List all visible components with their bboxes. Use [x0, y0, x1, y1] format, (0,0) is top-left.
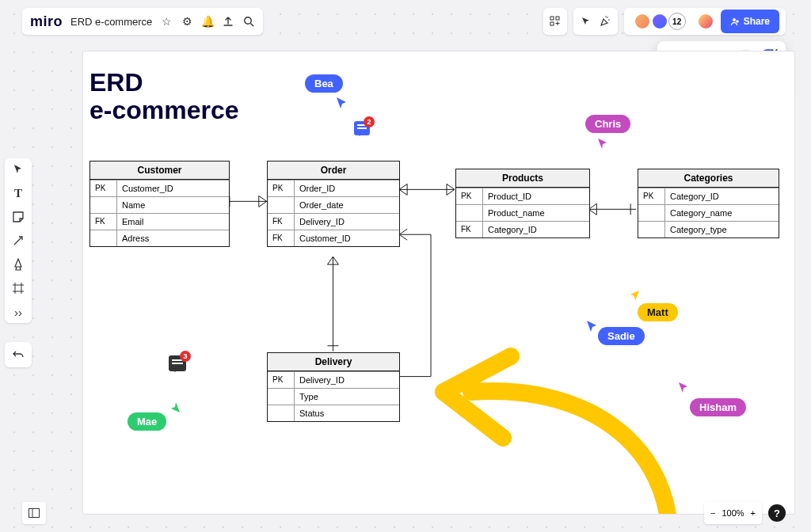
topbar-right: 12 Share — [543, 8, 786, 35]
app-root: miro ERD e-commerce ☆ ⚙ 🔔 12 — [0, 0, 811, 532]
erd-order[interactable]: Order PKOrder_ID Order_date FKDelivery_I… — [267, 161, 400, 247]
pen-tool-icon[interactable] — [12, 258, 25, 271]
svg-point-0 — [245, 17, 251, 24]
comment-bubble[interactable]: 2 — [354, 121, 370, 135]
erd-products[interactable]: Products PKProduct_ID Product_name FKCat… — [455, 169, 590, 238]
erd-delivery[interactable]: Delivery PKDelivery_ID Type Status — [267, 352, 400, 422]
svg-line-12 — [14, 238, 21, 245]
zoom-control: − 100% + — [704, 502, 762, 524]
logo[interactable]: miro — [30, 13, 63, 30]
star-icon[interactable]: ☆ — [160, 15, 173, 28]
zoom-out-button[interactable]: − — [710, 508, 715, 518]
cursor-label-chris: Chris — [585, 115, 630, 133]
topbar-left: miro ERD e-commerce ☆ ⚙ 🔔 — [22, 8, 263, 35]
panel-toggle-icon[interactable] — [22, 502, 46, 524]
help-button[interactable]: ? — [768, 504, 786, 522]
svg-rect-3 — [556, 17, 559, 20]
cursor-icon — [585, 319, 598, 332]
svg-point-6 — [608, 19, 610, 21]
svg-point-5 — [607, 17, 608, 18]
zoom-level: 100% — [722, 508, 744, 518]
bell-icon[interactable]: 🔔 — [201, 15, 214, 28]
text-tool-icon[interactable]: T — [12, 187, 25, 200]
select-tool-icon[interactable] — [12, 163, 25, 176]
more-tools-icon[interactable]: ›› — [12, 306, 25, 318]
drawn-arrow — [424, 344, 709, 514]
erd-customer[interactable]: Customer PKCustomer_ID Name FKEmail Adre… — [89, 161, 230, 247]
svg-point-7 — [605, 16, 607, 17]
canvas-frame[interactable]: ERDe-commerce Customer — [82, 51, 795, 515]
cursor-label-hisham: Hisham — [690, 398, 746, 416]
zoom-in-button[interactable]: + — [751, 508, 756, 518]
board-name[interactable]: ERD e-commerce — [70, 16, 152, 28]
presence-count: 12 — [668, 13, 686, 30]
cursor-icon — [596, 137, 609, 150]
presence-pill[interactable]: 12 Share — [624, 8, 786, 35]
search-icon[interactable] — [242, 15, 255, 28]
cursor-icon — [628, 289, 641, 302]
confetti-icon[interactable] — [599, 15, 611, 28]
frame-tool-icon[interactable] — [12, 282, 25, 294]
svg-rect-2 — [550, 17, 554, 20]
cursor-label-mae: Mae — [128, 412, 166, 431]
sticky-tool-icon[interactable] — [12, 211, 25, 223]
pointer-icon[interactable] — [580, 15, 592, 28]
cursor-icon — [335, 96, 349, 110]
svg-rect-25 — [29, 509, 40, 518]
erd-categories[interactable]: Categories PKCategory_ID Category_name C… — [638, 169, 779, 238]
side-toolbar: T ›› — [5, 158, 32, 323]
bottom-right: − 100% + ? — [704, 502, 786, 524]
cursor-label-sadie: Sadie — [598, 327, 645, 345]
diagram-title: ERDe-commerce — [89, 69, 239, 124]
undo-button[interactable] — [5, 342, 32, 367]
gear-icon[interactable]: ⚙ — [181, 15, 193, 28]
arrow-tool-icon[interactable] — [12, 234, 25, 247]
self-avatar[interactable] — [697, 13, 714, 30]
svg-rect-4 — [550, 22, 554, 25]
upload-icon[interactable] — [222, 15, 234, 28]
cursor-icon — [677, 381, 690, 393]
cursor-icon — [169, 401, 181, 414]
cursor-label-bea: Bea — [305, 74, 343, 93]
svg-point-8 — [733, 18, 736, 21]
share-button[interactable]: Share — [721, 10, 779, 33]
apps-button[interactable] — [543, 8, 567, 35]
cursor-tools — [573, 8, 618, 35]
cursor-label-matt: Matt — [638, 303, 678, 321]
comment-bubble-dark[interactable]: 3 — [169, 355, 186, 371]
svg-line-1 — [251, 24, 254, 27]
